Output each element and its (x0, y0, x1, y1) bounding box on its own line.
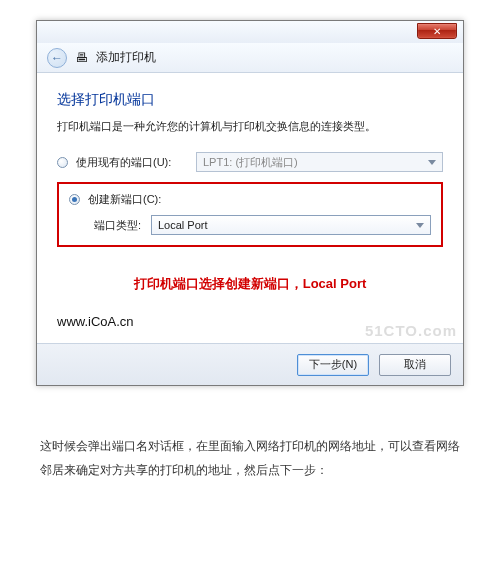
radio-existing-label: 使用现有的端口(U): (76, 155, 188, 170)
port-type-row: 端口类型: Local Port (69, 215, 431, 235)
annotation-text: 打印机端口选择创建新端口，Local Port (57, 275, 443, 293)
radio-create-new[interactable] (69, 194, 80, 205)
port-type-value: Local Port (158, 219, 208, 231)
chevron-down-icon (416, 223, 424, 228)
page-heading: 选择打印机端口 (57, 91, 443, 109)
chevron-down-icon (428, 160, 436, 165)
close-button[interactable]: ✕ (417, 23, 457, 39)
radio-existing[interactable] (57, 157, 68, 168)
site-watermark: www.iCoA.cn (57, 314, 134, 329)
option-create-new[interactable]: 创建新端口(C): (69, 192, 431, 207)
ghost-watermark: 51CTO.com (365, 322, 457, 339)
add-printer-dialog: ✕ ← 🖶 添加打印机 选择打印机端口 打印机端口是一种允许您的计算机与打印机交… (36, 20, 464, 386)
titlebar: ✕ (37, 21, 463, 43)
window-title: 添加打印机 (96, 49, 156, 66)
option-use-existing[interactable]: 使用现有的端口(U): LPT1: (打印机端口) (57, 152, 443, 172)
port-type-label: 端口类型: (69, 218, 141, 233)
dialog-footer: 51CTO.com 下一步(N) 取消 (37, 343, 463, 385)
port-type-combo[interactable]: Local Port (151, 215, 431, 235)
document-caption: 这时候会弹出端口名对话框，在里面输入网络打印机的网络地址，可以查看网络邻居来确定… (36, 434, 464, 482)
wizard-header: ← 🖶 添加打印机 (37, 43, 463, 73)
close-icon: ✕ (433, 26, 441, 37)
radio-create-new-label: 创建新端口(C): (88, 192, 161, 207)
existing-port-combo: LPT1: (打印机端口) (196, 152, 443, 172)
back-button[interactable]: ← (47, 48, 67, 68)
page-description: 打印机端口是一种允许您的计算机与打印机交换信息的连接类型。 (57, 119, 443, 134)
highlight-box: 创建新端口(C): 端口类型: Local Port (57, 182, 443, 247)
cancel-button[interactable]: 取消 (379, 354, 451, 376)
back-arrow-icon: ← (51, 51, 63, 65)
existing-port-value: LPT1: (打印机端口) (203, 155, 298, 170)
next-button[interactable]: 下一步(N) (297, 354, 369, 376)
dialog-body: 选择打印机端口 打印机端口是一种允许您的计算机与打印机交换信息的连接类型。 使用… (37, 73, 463, 343)
printer-icon: 🖶 (75, 50, 88, 65)
document-page: ✕ ← 🖶 添加打印机 选择打印机端口 打印机端口是一种允许您的计算机与打印机交… (0, 0, 500, 482)
